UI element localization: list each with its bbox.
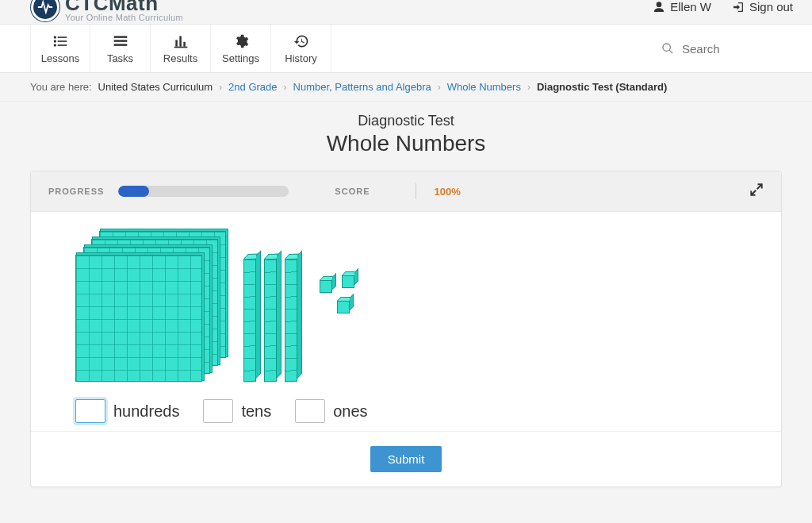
svg-rect-12 [174,46,187,48]
nav-history[interactable]: History [271,25,331,72]
signout-link[interactable]: Sign out [732,0,793,13]
ones-input[interactable] [295,399,325,423]
chevron-right-icon: › [219,82,222,93]
svg-point-0 [54,36,56,38]
svg-rect-8 [113,44,127,46]
chart-icon [173,33,189,49]
svg-rect-3 [58,40,67,42]
breadcrumb: You are here: United States Curriculum ›… [0,73,812,102]
nav-lessons[interactable]: Lessons [30,25,90,72]
chevron-right-icon: › [527,82,530,93]
progress-label: PROGRESS [48,187,104,196]
progress-fill [118,186,149,197]
list-icon [52,33,68,49]
breadcrumb-label: You are here: [30,81,92,93]
progress-bar [118,186,289,197]
search-input[interactable] [682,42,793,56]
tasks-icon [113,33,128,49]
question-body: hundreds tens ones [31,212,781,431]
score-value: 100% [434,186,460,198]
user-name: Ellen W [670,0,711,13]
ones-label: ones [333,402,367,421]
crumb-topic[interactable]: Whole Numbers [447,81,521,93]
user-icon [653,1,665,13]
nav-label: Lessons [41,52,79,64]
tens-blocks [243,259,297,382]
brand-title: CTCMath [65,0,183,13]
nav-label: Results [163,52,197,64]
search-icon [661,42,674,55]
hundreds-label: hundreds [113,402,179,421]
svg-rect-10 [179,36,182,46]
submit-button[interactable]: Submit [370,446,442,472]
nav-label: Settings [222,52,259,64]
nav-settings[interactable]: Settings [211,25,271,72]
svg-rect-6 [113,36,127,38]
crumb-grade[interactable]: 2nd Grade [228,81,277,93]
hundreds-input[interactable] [75,399,105,423]
gear-icon [233,33,249,49]
crumb-strand[interactable]: Number, Patterns and Algebra [293,81,431,93]
svg-rect-9 [175,40,178,46]
hundreds-blocks [75,231,226,382]
search[interactable] [661,25,793,72]
crumb-root: United States Curriculum [98,81,213,93]
svg-point-2 [54,40,56,42]
main-nav: Lessons Tasks Results Settings History [0,24,812,73]
divider [416,183,416,199]
signout-icon [732,1,745,13]
tens-label: tens [241,402,271,421]
svg-rect-11 [183,41,186,46]
svg-rect-7 [113,40,127,42]
chevron-right-icon: › [438,82,441,93]
answer-row: hundreds tens ones [75,399,737,423]
expand-button[interactable] [749,183,764,200]
svg-rect-5 [58,44,67,46]
nav-label: Tasks [107,52,133,64]
nav-results[interactable]: Results [151,25,211,72]
svg-rect-1 [58,37,67,38]
page-subtitle: Diagnostic Test [0,113,812,129]
nav-label: History [285,52,316,64]
base-ten-blocks [75,231,737,382]
expand-icon [749,183,764,197]
signout-label: Sign out [749,0,793,13]
user-link[interactable]: Ellen W [653,0,711,13]
history-icon [293,33,309,49]
crumb-current: Diagnostic Test (Standard) [537,81,667,93]
ones-blocks [320,271,367,342]
page-title: Whole Numbers [0,131,812,156]
question-card: PROGRESS SCORE 100% [30,171,782,487]
brand-tagline: Your Online Math Curriculum [65,13,183,22]
tens-input[interactable] [203,399,233,423]
nav-tasks[interactable]: Tasks [90,25,151,72]
svg-point-4 [54,44,56,46]
score-label: SCORE [335,187,370,196]
chevron-right-icon: › [284,82,287,93]
brand-logo [30,0,60,22]
brand: CTCMath Your Online Math Curriculum [30,0,183,22]
